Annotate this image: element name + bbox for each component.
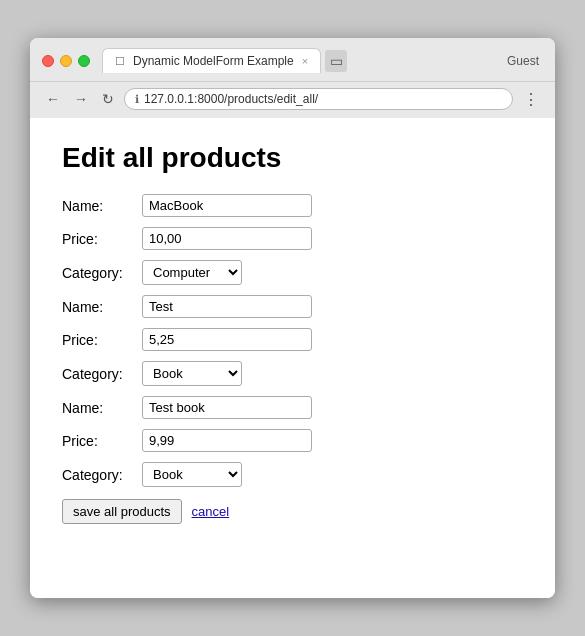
- info-icon: ℹ: [135, 93, 139, 106]
- category-select-2[interactable]: Computer Book Electronics: [142, 361, 242, 386]
- reload-button[interactable]: ↻: [98, 89, 118, 109]
- price-label-3: Price:: [62, 433, 142, 449]
- category-label-1: Category:: [62, 265, 142, 281]
- guest-label: Guest: [507, 54, 543, 68]
- active-tab[interactable]: ☐ Dynamic ModelForm Example ×: [102, 48, 321, 73]
- back-button[interactable]: ←: [42, 89, 64, 109]
- name-label-1: Name:: [62, 198, 142, 214]
- browser-menu-icon[interactable]: ⋮: [519, 90, 543, 109]
- price-label-1: Price:: [62, 231, 142, 247]
- name-label-2: Name:: [62, 299, 142, 315]
- browser-window: ☐ Dynamic ModelForm Example × ▭ Guest ← …: [30, 38, 555, 598]
- category-label-2: Category:: [62, 366, 142, 382]
- title-bar: ☐ Dynamic ModelForm Example × ▭ Guest: [30, 38, 555, 82]
- price-input-2[interactable]: [142, 328, 312, 351]
- save-all-button[interactable]: save all products: [62, 499, 182, 524]
- tab-bar: ☐ Dynamic ModelForm Example × ▭: [102, 48, 507, 73]
- tab-icon: ☐: [115, 55, 125, 68]
- minimize-button[interactable]: [60, 55, 72, 67]
- name-group-2: Name:: [62, 295, 523, 318]
- forward-button[interactable]: →: [70, 89, 92, 109]
- name-input-3[interactable]: [142, 396, 312, 419]
- price-group-1: Price:: [62, 227, 523, 250]
- name-input-1[interactable]: [142, 194, 312, 217]
- new-tab-button[interactable]: ▭: [325, 50, 347, 72]
- form-buttons: save all products cancel: [62, 499, 523, 524]
- address-bar-input-wrap: ℹ: [124, 88, 513, 110]
- maximize-button[interactable]: [78, 55, 90, 67]
- tab-title: Dynamic ModelForm Example: [133, 54, 294, 68]
- price-input-3[interactable]: [142, 429, 312, 452]
- page-content: Edit all products Name: Price: Category:…: [30, 118, 555, 598]
- product-form-3: Name: Price: Category: Computer Book Ele…: [62, 396, 523, 487]
- cancel-button[interactable]: cancel: [192, 504, 230, 519]
- name-input-2[interactable]: [142, 295, 312, 318]
- category-group-3: Category: Computer Book Electronics: [62, 462, 523, 487]
- close-button[interactable]: [42, 55, 54, 67]
- name-group-3: Name:: [62, 396, 523, 419]
- page-title: Edit all products: [62, 142, 523, 174]
- category-label-3: Category:: [62, 467, 142, 483]
- category-group-1: Category: Computer Book Electronics: [62, 260, 523, 285]
- price-group-2: Price:: [62, 328, 523, 351]
- name-group-1: Name:: [62, 194, 523, 217]
- name-label-3: Name:: [62, 400, 142, 416]
- address-input[interactable]: [144, 92, 502, 106]
- product-form-1: Name: Price: Category: Computer Book Ele…: [62, 194, 523, 285]
- tab-close-icon[interactable]: ×: [302, 55, 308, 67]
- traffic-lights: [42, 55, 90, 67]
- category-group-2: Category: Computer Book Electronics: [62, 361, 523, 386]
- price-label-2: Price:: [62, 332, 142, 348]
- category-select-1[interactable]: Computer Book Electronics: [142, 260, 242, 285]
- price-group-3: Price:: [62, 429, 523, 452]
- category-select-3[interactable]: Computer Book Electronics: [142, 462, 242, 487]
- product-form-2: Name: Price: Category: Computer Book Ele…: [62, 295, 523, 386]
- address-bar: ← → ↻ ℹ ⋮: [30, 82, 555, 118]
- price-input-1[interactable]: [142, 227, 312, 250]
